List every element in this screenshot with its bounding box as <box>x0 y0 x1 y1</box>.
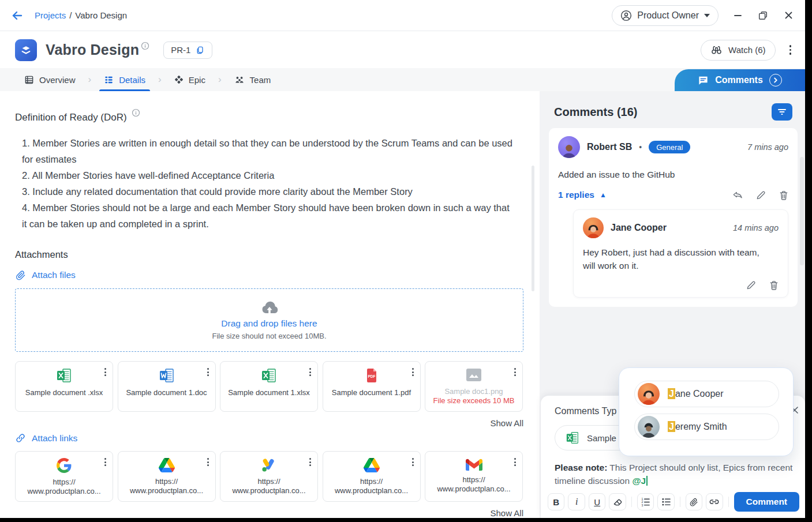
copy-icon[interactable] <box>196 46 205 55</box>
tab-overview[interactable]: Overview <box>20 68 80 91</box>
edit-pencil-icon[interactable] <box>746 280 756 290</box>
content-scrollbar[interactable] <box>532 166 534 291</box>
tab-team-label: Team <box>250 75 271 85</box>
dropzone-subtitle: File size should not exceed 10MB. <box>212 332 327 340</box>
pdf-icon: PDF <box>365 368 379 383</box>
mention-suggestions-popup: Jane Cooper Jeremy Smith <box>619 367 794 456</box>
avatar <box>638 416 660 438</box>
dor-item: 4. Member Stories should not be a large … <box>22 200 515 232</box>
link-options-kebab-icon[interactable] <box>513 457 517 467</box>
link-card[interactable]: https://www.productplan.co... <box>220 451 318 502</box>
avatar <box>583 217 604 238</box>
edit-pencil-icon[interactable] <box>756 190 766 200</box>
mention-suggestion[interactable]: Jane Cooper <box>634 381 779 407</box>
file-options-kebab-icon[interactable] <box>103 367 107 377</box>
file-options-kebab-icon[interactable] <box>206 367 210 377</box>
reply-icon[interactable] <box>732 190 743 200</box>
attach-files-label: Attach files <box>32 270 76 280</box>
more-options-kebab-icon[interactable] <box>787 43 794 57</box>
file-card[interactable]: PDF Sample document 1.pdf <box>323 361 421 412</box>
back-arrow-icon[interactable] <box>9 7 25 24</box>
comment-input[interactable]: Please note: This Project should only li… <box>541 461 805 487</box>
tab-details-label: Details <box>119 75 145 85</box>
file-options-kebab-icon[interactable] <box>513 367 517 377</box>
clear-format-eraser-button[interactable] <box>609 493 626 510</box>
link-options-kebab-icon[interactable] <box>103 457 107 467</box>
info-icon[interactable] <box>132 108 140 117</box>
file-name: Sample document 1.doc <box>124 388 209 397</box>
link-card[interactable]: https://www.productplan.co... <box>118 451 216 502</box>
comments-scrollbar[interactable] <box>800 157 804 265</box>
dot-separator <box>639 142 642 152</box>
file-card-error[interactable]: Sample doc1.png File size exceeds 10 MB <box>425 361 523 412</box>
attach-file-paperclip-button[interactable] <box>686 493 702 510</box>
breadcrumb-projects-link[interactable]: Projects <box>35 10 66 20</box>
epic-icon <box>174 75 184 84</box>
toolbar-divider <box>680 497 680 507</box>
link-card[interactable]: https://www.productplan.co... <box>15 451 113 502</box>
google-drive-icon <box>364 458 380 472</box>
show-all-links-link[interactable]: Show All <box>15 508 523 518</box>
project-key-badge[interactable]: PR-1 <box>163 42 212 59</box>
delete-trash-icon[interactable] <box>779 190 788 200</box>
link-options-kebab-icon[interactable] <box>411 457 415 467</box>
link-url: https://www.productplan.co... <box>437 475 510 494</box>
filter-comments-button[interactable] <box>772 103 792 121</box>
avatar <box>558 136 580 158</box>
close-window-button[interactable] <box>782 9 795 22</box>
link-url: https://www.productplan.co... <box>232 477 305 495</box>
mention-suggestion[interactable]: Jeremy Smith <box>634 414 779 440</box>
screen-edge <box>805 0 812 522</box>
attachments-heading: Attachments <box>15 249 523 260</box>
comment-thread: Robert SB General 7 mins ago Added an is… <box>549 128 798 307</box>
bullet-list-button[interactable] <box>657 493 674 510</box>
attach-links-button[interactable]: Attach links <box>15 433 77 444</box>
google-drive-icon <box>159 458 175 472</box>
link-options-kebab-icon[interactable] <box>308 457 312 467</box>
role-label: Product Owner <box>637 10 699 21</box>
link-options-kebab-icon[interactable] <box>206 457 210 467</box>
file-options-kebab-icon[interactable] <box>308 367 312 377</box>
details-icon <box>104 75 114 85</box>
info-icon[interactable] <box>141 42 149 50</box>
replies-toggle[interactable]: 1 replies ▲ <box>558 190 607 200</box>
attach-files-button[interactable]: Attach files <box>15 269 76 280</box>
file-options-kebab-icon[interactable] <box>411 367 415 377</box>
mention-token: @J <box>632 476 646 486</box>
file-card[interactable]: Sample document 1.xlsx <box>220 361 318 412</box>
italic-button[interactable]: i <box>568 493 585 510</box>
delete-trash-icon[interactable] <box>769 280 779 290</box>
team-icon <box>234 75 245 85</box>
avatar <box>638 383 660 405</box>
file-dropzone[interactable]: Drag and drop files here File size shoul… <box>15 288 523 352</box>
underline-button[interactable]: U <box>589 493 605 510</box>
dor-item: 1. Member Stories are written in enough … <box>22 135 515 167</box>
tab-team[interactable]: Team <box>230 68 276 91</box>
top-bar: Projects / Vabro Design Product Owner <box>0 0 805 31</box>
watch-button[interactable]: Watch (6) <box>701 40 775 61</box>
role-selector[interactable]: Product Owner <box>612 5 719 26</box>
comment-submit-button[interactable]: Comment <box>734 492 799 512</box>
note-bold-text: Please note: <box>555 463 607 472</box>
dor-heading: Definition of Ready (DoR) <box>15 112 127 123</box>
tab-details[interactable]: Details <box>99 68 150 91</box>
file-card[interactable]: Sample document 1.doc <box>118 361 216 412</box>
screen-edge <box>0 518 812 522</box>
attached-links-row: https://www.productplan.co... https://ww… <box>15 451 526 502</box>
project-header: Vabro Design PR-1 Watch (6) <box>0 32 805 68</box>
insert-link-button[interactable] <box>706 493 723 510</box>
bold-button[interactable]: B <box>548 493 564 510</box>
tab-epic[interactable]: Epic <box>170 68 210 91</box>
comments-toggle-button[interactable]: Comments <box>675 69 805 91</box>
svg-text:PDF: PDF <box>368 374 375 378</box>
minimize-button[interactable] <box>731 9 744 22</box>
file-card[interactable]: Sample document .xlsx <box>15 361 113 412</box>
restore-window-button[interactable] <box>757 9 769 22</box>
ordered-list-button[interactable]: 123 <box>637 493 654 510</box>
comments-panel-title: Comments (16) <box>554 106 637 119</box>
link-card[interactable]: https://www.productplan.co... <box>323 451 421 502</box>
toolbar-divider <box>631 497 632 507</box>
show-all-files-link[interactable]: Show All <box>15 418 523 428</box>
link-card[interactable]: https://www.productplan.co... <box>425 451 523 502</box>
google-ads-icon <box>261 458 277 472</box>
